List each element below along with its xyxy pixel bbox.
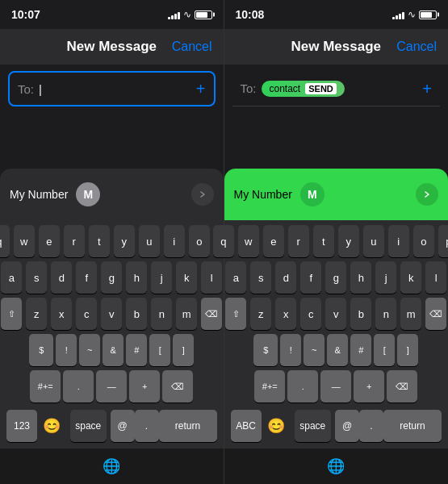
left-emoji-key[interactable]: 😊 <box>37 410 66 442</box>
right-return-key[interactable]: return <box>383 410 442 442</box>
right-key-tilde[interactable]: ~ <box>304 334 324 366</box>
right-delete-key[interactable]: ⌫ <box>425 298 446 330</box>
left-to-field[interactable]: To: + <box>8 71 216 106</box>
right-key-e[interactable]: e <box>263 225 284 257</box>
left-key-amp[interactable]: & <box>103 334 124 366</box>
right-at-key[interactable]: @ <box>335 410 359 442</box>
left-key-i[interactable]: i <box>164 225 185 257</box>
left-space-key[interactable]: space <box>70 410 107 442</box>
left-delete-key[interactable]: ⌫ <box>201 298 222 330</box>
right-key-g[interactable]: g <box>325 261 346 294</box>
right-key-k[interactable]: k <box>400 261 421 294</box>
left-key-b[interactable]: b <box>126 298 147 330</box>
right-shift-key[interactable]: ⇧ <box>225 298 246 330</box>
right-key-q[interactable]: q <box>213 225 234 257</box>
left-key-period[interactable]: . <box>63 370 94 403</box>
left-key-q[interactable]: q <box>0 225 10 257</box>
right-key-w[interactable]: w <box>238 225 259 257</box>
left-key-z[interactable]: z <box>26 298 47 330</box>
left-key-c[interactable]: c <box>76 298 97 330</box>
right-key-dash[interactable]: — <box>320 370 351 403</box>
left-shift-key[interactable]: ⇧ <box>1 298 22 330</box>
left-delete2-key[interactable]: ⌫ <box>162 370 193 403</box>
right-add-recipient-button[interactable]: + <box>422 81 432 97</box>
right-key-dollar[interactable]: $ <box>253 334 278 366</box>
right-key-s[interactable]: s <box>250 261 271 294</box>
left-key-e[interactable]: e <box>39 225 60 257</box>
right-to-field[interactable]: To: contact SEND + <box>232 71 441 106</box>
right-key-a[interactable]: a <box>225 261 246 294</box>
left-to-input[interactable] <box>39 82 196 96</box>
left-dot-key[interactable]: . <box>135 410 159 442</box>
right-contact-chip[interactable]: contact SEND <box>262 81 345 97</box>
right-key-l[interactable]: l <box>425 261 446 294</box>
left-key-n[interactable]: n <box>151 298 172 330</box>
right-key-d[interactable]: d <box>275 261 296 294</box>
left-key-dollar[interactable]: $ <box>29 334 53 366</box>
right-key-f[interactable]: f <box>300 261 321 294</box>
right-dot-key[interactable]: . <box>359 410 383 442</box>
left-key-a[interactable]: a <box>1 261 22 294</box>
left-key-o[interactable]: o <box>189 225 210 257</box>
right-key-i[interactable]: i <box>388 225 409 257</box>
left-key-l[interactable]: l <box>201 261 222 294</box>
left-key-123[interactable]: 123 <box>6 410 37 442</box>
right-key-hash[interactable]: # <box>350 334 371 366</box>
right-key-rbracket[interactable]: ] <box>397 334 418 366</box>
right-key-m[interactable]: m <box>400 298 421 330</box>
right-globe-icon[interactable]: 🌐 <box>327 457 345 475</box>
left-my-number-arrow[interactable] <box>191 183 214 206</box>
right-my-number-arrow[interactable] <box>416 183 438 206</box>
right-key-z[interactable]: z <box>250 298 271 330</box>
right-space-key[interactable]: space <box>295 410 332 442</box>
right-key-r[interactable]: r <box>288 225 309 257</box>
right-key-numpad-toggle[interactable]: #+= <box>254 370 285 403</box>
right-key-t[interactable]: t <box>313 225 334 257</box>
left-key-numpad-toggle[interactable]: #+= <box>30 370 61 403</box>
right-key-p[interactable]: p <box>438 225 448 257</box>
right-key-v[interactable]: v <box>325 298 346 330</box>
left-key-d[interactable]: d <box>51 261 72 294</box>
left-key-hash[interactable]: # <box>126 334 147 366</box>
left-key-dash[interactable]: — <box>96 370 127 403</box>
left-key-y[interactable]: y <box>114 225 135 257</box>
left-cancel-button[interactable]: Cancel <box>172 40 212 54</box>
right-emoji-key[interactable]: 😊 <box>262 410 291 442</box>
left-key-tilde[interactable]: ~ <box>79 334 100 366</box>
left-at-key[interactable]: @ <box>111 410 135 442</box>
left-add-recipient-button[interactable]: + <box>196 81 206 97</box>
left-key-h[interactable]: h <box>126 261 147 294</box>
left-globe-icon[interactable]: 🌐 <box>103 457 120 475</box>
right-key-c[interactable]: c <box>300 298 321 330</box>
right-key-123[interactable]: ABC <box>231 410 262 442</box>
right-key-amp[interactable]: & <box>327 334 348 366</box>
left-key-exclaim[interactable]: ! <box>56 334 77 366</box>
left-key-g[interactable]: g <box>101 261 122 294</box>
right-key-j[interactable]: j <box>375 261 396 294</box>
right-key-h[interactable]: h <box>350 261 371 294</box>
left-key-x[interactable]: x <box>51 298 72 330</box>
right-key-period[interactable]: . <box>287 370 318 403</box>
right-key-exclaim[interactable]: ! <box>280 334 301 366</box>
left-key-m[interactable]: m <box>176 298 197 330</box>
left-key-t[interactable]: t <box>89 225 110 257</box>
left-key-lbracket[interactable]: [ <box>149 334 170 366</box>
right-key-lbracket[interactable]: [ <box>374 334 395 366</box>
left-key-f[interactable]: f <box>76 261 97 294</box>
right-key-y[interactable]: y <box>338 225 359 257</box>
right-key-o[interactable]: o <box>413 225 434 257</box>
left-key-w[interactable]: w <box>14 225 35 257</box>
left-key-rbracket[interactable]: ] <box>173 334 194 366</box>
right-key-u[interactable]: u <box>363 225 384 257</box>
left-key-k[interactable]: k <box>176 261 197 294</box>
right-key-n[interactable]: n <box>375 298 396 330</box>
right-delete2-key[interactable]: ⌫ <box>387 370 417 403</box>
right-cancel-button[interactable]: Cancel <box>396 40 437 54</box>
left-key-v[interactable]: v <box>101 298 122 330</box>
right-key-plus[interactable]: + <box>354 370 384 403</box>
left-key-u[interactable]: u <box>139 225 160 257</box>
left-key-j[interactable]: j <box>151 261 172 294</box>
left-key-plus[interactable]: + <box>129 370 160 403</box>
right-key-b[interactable]: b <box>350 298 371 330</box>
left-key-s[interactable]: s <box>26 261 47 294</box>
